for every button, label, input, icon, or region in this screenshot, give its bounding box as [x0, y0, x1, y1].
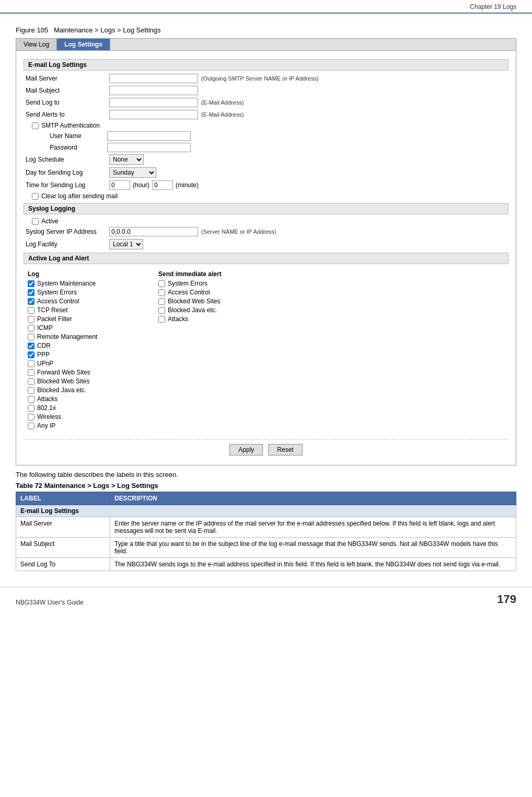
syslog-server-row: Syslog Server IP Address (Server NAME or… — [24, 227, 508, 236]
log-left-column: System Maintenance System Errors Access … — [28, 280, 158, 431]
send-log-to-input[interactable] — [109, 98, 198, 107]
log-packet-filter-checkbox[interactable] — [28, 316, 34, 323]
log-forward-web-checkbox[interactable] — [28, 369, 34, 376]
send-alerts-hint: (E-Mail Address) — [201, 111, 244, 118]
send-log-to-row: Send Log to (E-Mail Address) — [24, 98, 508, 107]
log-wireless: Wireless — [28, 413, 158, 420]
alert-col-header: Send immediate alert — [158, 270, 506, 278]
day-select[interactable]: Sunday Monday Tuesday Wednesday Thursday… — [109, 167, 156, 178]
alert-system-errors: System Errors — [158, 280, 506, 287]
syslog-server-label: Syslog Server IP Address — [26, 228, 109, 235]
log-upnp-checkbox[interactable] — [28, 360, 34, 367]
mail-server-row: Mail Server (Outgoing SMTP Server NAME o… — [24, 74, 508, 83]
password-row: Password — [24, 143, 508, 152]
time-row: Time for Sending Log (hour) (minute) — [24, 180, 508, 190]
log-remote-mgmt: Remote Management — [28, 333, 158, 340]
log-system-maintenance-checkbox[interactable] — [28, 280, 34, 287]
footer: NBG334W User's Guide 179 — [0, 587, 532, 611]
mail-subject-row: Mail Subject — [24, 86, 508, 95]
col-description: DESCRIPTION — [110, 492, 516, 505]
password-input[interactable] — [107, 143, 191, 152]
log-any-ip: Any IP — [28, 422, 158, 429]
log-802-1x-checkbox[interactable] — [28, 405, 34, 412]
log-icmp-checkbox[interactable] — [28, 325, 34, 332]
alert-system-errors-checkbox[interactable] — [158, 280, 165, 287]
user-name-input[interactable] — [107, 131, 191, 141]
tab-bar: View Log Log Settings — [16, 39, 516, 51]
alert-attacks-checkbox[interactable] — [158, 316, 165, 323]
log-remote-mgmt-checkbox[interactable] — [28, 334, 34, 340]
log-tcp-reset-checkbox[interactable] — [28, 307, 34, 314]
log-tcp-reset: TCP Reset — [28, 306, 158, 314]
log-blocked-java: Blocked Java etc. — [28, 386, 158, 394]
alert-attacks: Attacks — [158, 315, 506, 323]
alert-blocked-java-checkbox[interactable] — [158, 307, 165, 314]
log-icmp: ICMP — [28, 324, 158, 332]
log-attacks-checkbox[interactable] — [28, 396, 34, 403]
row-label-send-log-to: Send Log To — [16, 558, 110, 571]
alert-blocked-java: Blocked Java etc. — [158, 306, 506, 314]
syslog-active-checkbox[interactable] — [32, 218, 39, 225]
reset-button[interactable]: Reset — [268, 444, 302, 456]
smtp-auth-checkbox[interactable] — [32, 122, 39, 129]
alert-access-control: Access Control — [158, 289, 506, 296]
log-alert-header-row: Log Send immediate alert — [26, 270, 506, 278]
col-label: LABEL — [16, 492, 110, 505]
alert-access-control-checkbox[interactable] — [158, 289, 165, 296]
log-forward-web: Forward Web Sites — [28, 369, 158, 376]
log-blocked-web-checkbox[interactable] — [28, 378, 34, 385]
log-802-1x: 802.1x — [28, 404, 158, 412]
log-wireless-checkbox[interactable] — [28, 414, 34, 420]
send-alerts-to-row: Send Alerts to (E-Mail Address) — [24, 110, 508, 119]
chapter-header: Chapter 19 Logs — [0, 0, 532, 14]
log-facility-row: Log Facility Local 1 Local 2 Local 3 Loc… — [24, 239, 508, 249]
day-label: Day for Sending Log — [26, 169, 109, 176]
table-section-row: E-mail Log Settings — [16, 505, 516, 517]
clear-log-label: Clear log after sending mail — [41, 192, 118, 200]
row-label-mail-server: Mail Server — [16, 517, 110, 538]
ui-panel: View Log Log Settings E-mail Log Setting… — [16, 38, 516, 465]
log-access-control: Access Control — [28, 298, 158, 305]
mail-subject-input[interactable] — [109, 86, 198, 95]
log-blocked-java-checkbox[interactable] — [28, 387, 34, 394]
log-system-errors: System Errors — [28, 289, 158, 296]
table-title: Table 72 Maintenance > Logs > Log Settin… — [16, 482, 516, 489]
syslog-section-header: Syslog Logging — [24, 203, 508, 214]
alert-right-column: System Errors Access Control Blocked Web… — [158, 280, 506, 431]
time-label: Time for Sending Log — [26, 181, 109, 189]
mail-server-hint: (Outgoing SMTP Server NAME or IP Address… — [201, 75, 319, 82]
footer-right: 179 — [497, 593, 516, 606]
log-any-ip-checkbox[interactable] — [28, 423, 34, 429]
syslog-server-input[interactable] — [109, 227, 198, 236]
time-hour-input[interactable] — [109, 180, 130, 190]
button-row: Apply Reset — [24, 439, 508, 460]
log-attacks: Attacks — [28, 395, 158, 403]
mail-server-input[interactable] — [109, 74, 198, 83]
log-ppp-checkbox[interactable] — [28, 351, 34, 358]
row-desc-mail-server: Enter the server name or the IP address … — [110, 517, 516, 538]
log-access-control-checkbox[interactable] — [28, 298, 34, 305]
log-system-errors-checkbox[interactable] — [28, 289, 34, 296]
user-name-row: User Name — [24, 131, 508, 141]
alert-blocked-web-checkbox[interactable] — [158, 298, 165, 305]
log-facility-select[interactable]: Local 1 Local 2 Local 3 Local 4 Local 5 … — [109, 239, 143, 249]
time-minute-input[interactable] — [152, 180, 173, 190]
send-alerts-label: Send Alerts to — [26, 111, 109, 118]
active-log-section-header: Active Log and Alert — [24, 253, 508, 264]
clear-log-checkbox[interactable] — [32, 193, 39, 200]
footer-left: NBG334W User's Guide — [16, 599, 84, 606]
apply-button[interactable]: Apply — [229, 444, 263, 456]
log-packet-filter: Packet Filter — [28, 315, 158, 323]
send-log-to-hint: (E-Mail Address) — [201, 99, 244, 106]
row-desc-mail-subject: Type a title that you want to be in the … — [110, 538, 516, 558]
log-cdr-checkbox[interactable] — [28, 343, 34, 349]
log-schedule-select[interactable]: None Daily Weekly — [109, 154, 144, 165]
smtp-auth-label: SMTP Authentication — [41, 122, 100, 129]
hour-unit: (hour) — [133, 181, 149, 189]
tab-log-settings[interactable]: Log Settings — [57, 39, 110, 50]
password-label: Password — [50, 144, 107, 151]
log-col-header: Log — [28, 270, 158, 278]
syslog-active-label: Active — [41, 218, 59, 225]
tab-view-log[interactable]: View Log — [16, 39, 57, 50]
send-alerts-input[interactable] — [109, 110, 198, 119]
